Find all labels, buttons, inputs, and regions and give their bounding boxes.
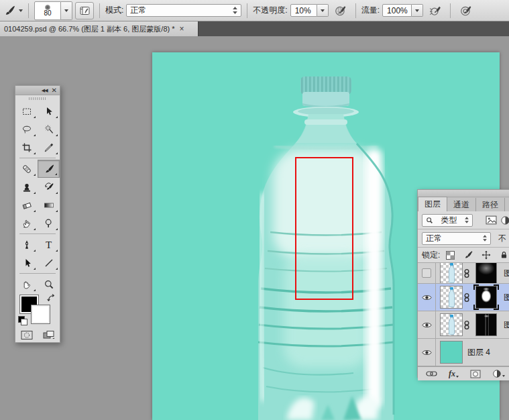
- add-layer-mask-icon[interactable]: [470, 370, 481, 378]
- visibility-toggle[interactable]: [418, 339, 436, 366]
- layer-row-1[interactable]: 图层: [418, 263, 509, 284]
- tool-dodge[interactable]: [38, 214, 60, 232]
- options-bar: 80 模式: 正常 不透明度: 10% 流量: 100%: [0, 0, 509, 21]
- tool-eraser[interactable]: [15, 196, 38, 214]
- tool-history-brush[interactable]: [38, 178, 60, 196]
- lock-transparency-icon[interactable]: [446, 251, 455, 260]
- mask-link-icon[interactable]: [463, 320, 470, 330]
- tool-type[interactable]: T: [38, 235, 60, 254]
- layer-row-2-selected[interactable]: 图层: [418, 284, 509, 311]
- tool-rectangular-marquee[interactable]: [15, 102, 38, 120]
- tool-pen[interactable]: [15, 235, 38, 254]
- updown-arrows-icon: [233, 7, 237, 14]
- selection-rectangle[interactable]: [295, 157, 353, 300]
- flow-dropdown-button[interactable]: [412, 4, 423, 17]
- link-layers-icon[interactable]: [426, 370, 437, 377]
- filter-pixel-layers-icon[interactable]: [486, 215, 497, 225]
- tab-layers[interactable]: 图层: [418, 197, 447, 211]
- tool-line[interactable]: [38, 254, 60, 272]
- eye-icon: [422, 349, 432, 356]
- layer-thumbnail[interactable]: [440, 286, 463, 309]
- brush-size-dropdown-button[interactable]: [61, 1, 72, 20]
- tab-close-icon[interactable]: ×: [180, 25, 184, 32]
- brush-panel-toggle-button[interactable]: [75, 2, 94, 19]
- layer-filter-select[interactable]: 类型: [422, 214, 473, 227]
- tool-move[interactable]: [38, 102, 60, 120]
- brush-size-picker[interactable]: 80: [34, 1, 61, 20]
- tool-healing-brush[interactable]: [15, 160, 38, 178]
- visibility-toggle[interactable]: [418, 311, 436, 338]
- search-icon: [426, 217, 433, 224]
- tool-magic-wand[interactable]: [38, 120, 60, 138]
- mask-link-icon[interactable]: [463, 293, 470, 303]
- tool-smudge[interactable]: [15, 214, 38, 232]
- layers-panel-bottom-bar: fx: [418, 366, 509, 380]
- background-color-swatch[interactable]: [32, 305, 50, 323]
- document-tab-bar: 0104259.psd @ 66.7% (图层 1 副本 6, 图层蒙版/8) …: [0, 21, 509, 36]
- lock-pixels-icon[interactable]: [463, 250, 473, 260]
- divider: [450, 3, 451, 18]
- collapse-panel-icon[interactable]: ◀◀: [42, 88, 48, 93]
- layer-thumbnail[interactable]: [440, 263, 463, 284]
- layer-row-3[interactable]: 图层: [418, 311, 509, 339]
- layer-row-4[interactable]: 图层 4: [418, 339, 509, 366]
- tab-channels[interactable]: 通道: [447, 198, 476, 211]
- layers-panel-tabs: 图层 通道 路径 历史记: [418, 197, 509, 211]
- tool-preset-dropdown-arrow[interactable]: [19, 9, 23, 12]
- document-tab[interactable]: 0104259.psd @ 66.7% (图层 1 副本 6, 图层蒙版/8) …: [0, 21, 199, 36]
- new-adjustment-layer-icon[interactable]: [492, 369, 505, 378]
- lock-all-icon[interactable]: [500, 250, 508, 260]
- close-panel-icon[interactable]: ✕: [52, 88, 57, 93]
- tool-gradient[interactable]: [38, 196, 60, 214]
- layer-thumbnail[interactable]: [440, 313, 463, 336]
- blend-mode-row: 正常 不: [418, 229, 509, 248]
- default-colors-icon[interactable]: [18, 316, 27, 324]
- screen-mode-button[interactable]: [40, 326, 58, 344]
- visibility-toggle[interactable]: [418, 263, 436, 283]
- layer-blend-mode-value: 正常: [426, 233, 442, 244]
- flow-input[interactable]: 100%: [382, 4, 412, 17]
- updown-arrows-icon: [483, 235, 487, 242]
- tool-crop[interactable]: [15, 138, 38, 156]
- tool-path-selection[interactable]: [15, 254, 38, 272]
- layer-thumbnail-solid[interactable]: [440, 341, 463, 364]
- tablet-size-pressure-icon[interactable]: [456, 2, 475, 19]
- airbrush-icon[interactable]: [426, 2, 445, 19]
- quick-mask-button[interactable]: [17, 326, 36, 344]
- tool-clone-stamp[interactable]: [15, 178, 38, 196]
- tool-hand[interactable]: [15, 275, 38, 293]
- opacity-dropdown-button[interactable]: [317, 4, 329, 17]
- swap-colors-icon[interactable]: [47, 294, 56, 305]
- photoshop-window: 80 模式: 正常 不透明度: 10% 流量: 100%: [0, 0, 509, 420]
- divider: [99, 3, 100, 18]
- brush-tool-preset-icon[interactable]: [3, 5, 16, 17]
- tool-eyedropper[interactable]: [38, 138, 60, 156]
- layer-blend-mode-select[interactable]: 正常: [422, 232, 491, 245]
- tool-zoom[interactable]: [38, 275, 60, 293]
- tab-history[interactable]: 历史记: [505, 198, 509, 211]
- layer-mask-thumbnail[interactable]: [473, 263, 499, 284]
- layer-name: 图层: [504, 292, 509, 303]
- opacity-label: 不透明度:: [253, 5, 287, 16]
- layer-mask-thumbnail[interactable]: [473, 312, 499, 337]
- tools-panel-titlebar: ◀◀ ✕: [15, 86, 60, 95]
- tools-panel-grip[interactable]: [15, 95, 60, 102]
- visibility-toggle[interactable]: [418, 284, 436, 311]
- tablet-opacity-pressure-icon[interactable]: [331, 2, 350, 19]
- tool-lasso[interactable]: [15, 120, 38, 138]
- opacity-input[interactable]: 10%: [290, 4, 317, 17]
- filter-adjustment-layers-icon[interactable]: [500, 215, 509, 225]
- mask-link-icon[interactable]: [463, 268, 470, 278]
- lock-position-icon[interactable]: [482, 250, 491, 260]
- lock-row: 锁定:: [418, 248, 509, 263]
- opacity-value: 10%: [295, 6, 311, 15]
- layers-panel-resize-grip[interactable]: [418, 380, 509, 385]
- tool-brush[interactable]: [38, 160, 60, 178]
- workspace: ◀◀ ✕: [0, 36, 509, 420]
- layer-mask-thumbnail-active[interactable]: [473, 284, 499, 310]
- divider: [355, 3, 356, 18]
- eye-icon: [422, 294, 432, 301]
- layer-style-button[interactable]: fx: [449, 369, 459, 379]
- tab-paths[interactable]: 路径: [476, 198, 505, 211]
- blend-mode-select[interactable]: 正常: [126, 4, 241, 17]
